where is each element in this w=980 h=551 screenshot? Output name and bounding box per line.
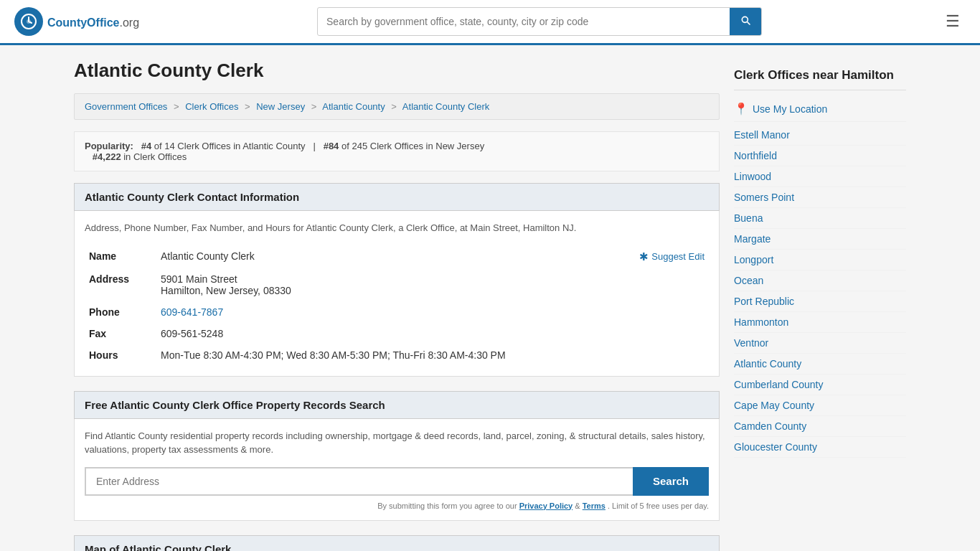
suggest-edit-button[interactable]: ✱ Suggest Edit (639, 250, 705, 263)
list-item: Hammonton (734, 312, 906, 333)
suggest-edit-label: Suggest Edit (651, 251, 705, 262)
location-pin-icon: 📍 (734, 102, 748, 116)
popularity-rank3-desc: in Clerk Offices (123, 151, 187, 162)
list-item: Northfield (734, 146, 906, 166)
nearby-link[interactable]: Atlantic County (734, 358, 801, 369)
breadcrumb-sep-2: > (245, 101, 250, 112)
nearby-link[interactable]: Cape May County (734, 400, 814, 411)
nearby-link[interactable]: Buena (734, 212, 763, 224)
breadcrumb-item-nj[interactable]: New Jersey (256, 101, 305, 112)
nearby-link[interactable]: Gloucester County (734, 441, 817, 453)
list-item: Somers Point (734, 187, 906, 208)
phone-value: 609-641-7867 (156, 301, 709, 323)
breadcrumb-item-current[interactable]: Atlantic County Clerk (402, 101, 489, 112)
disclaimer-text: By submitting this form you agree to our (377, 501, 517, 510)
main-container: Atlantic County Clerk Government Offices… (60, 45, 920, 551)
sidebar-title: Clerk Offices near Hamilton (734, 60, 906, 90)
sidebar: Clerk Offices near Hamilton 📍 Use My Loc… (734, 60, 906, 551)
list-item: Ventnor (734, 333, 906, 354)
nearby-link[interactable]: Somers Point (734, 192, 794, 203)
fax-label: Fax (85, 323, 156, 344)
nearby-link[interactable]: Estell Manor (734, 129, 790, 141)
use-my-location-link[interactable]: Use My Location (753, 103, 827, 115)
list-item: Gloucester County (734, 437, 906, 458)
terms-link[interactable]: Terms (583, 501, 606, 510)
property-description: Find Atlantic County residential propert… (85, 429, 709, 457)
nearby-link[interactable]: Hammonton (734, 316, 788, 328)
popularity-rank1: #4 (141, 141, 151, 151)
nearby-link[interactable]: Linwood (734, 171, 771, 182)
list-item: Margate (734, 229, 906, 250)
list-item: Linwood (734, 166, 906, 187)
address-label: Address (85, 268, 156, 301)
nearby-list: Estell ManorNorthfieldLinwoodSomers Poin… (734, 122, 906, 461)
contact-description: Address, Phone Number, Fax Number, and H… (85, 221, 709, 235)
list-item: Camden County (734, 416, 906, 437)
header-right: ☰ (940, 9, 966, 34)
logo-icon (14, 7, 43, 36)
list-item: Estell Manor (734, 125, 906, 146)
nearby-link[interactable]: Cumberland County (734, 379, 824, 390)
table-row: Fax 609-561-5248 (85, 323, 709, 344)
global-search-button[interactable] (730, 8, 761, 35)
phone-label: Phone (85, 301, 156, 323)
phone-link[interactable]: 609-641-7867 (161, 306, 223, 318)
form-disclaimer: By submitting this form you agree to our… (85, 501, 709, 510)
fax-value: 609-561-5248 (156, 323, 709, 344)
popularity-rank2: #84 (324, 141, 339, 151)
address-input[interactable] (85, 467, 633, 496)
global-search-input[interactable] (318, 10, 730, 33)
property-search-button[interactable]: Search (633, 467, 709, 496)
limit-text: . Limit of 5 free uses per day. (608, 501, 709, 510)
contact-table: Name Atlantic County Clerk ✱ Suggest Edi… (85, 245, 709, 366)
table-row: Phone 609-641-7867 (85, 301, 709, 323)
menu-icon[interactable]: ☰ (940, 9, 966, 34)
privacy-policy-link[interactable]: Privacy Policy (519, 501, 573, 510)
site-header: CountyOffice.org ☰ (0, 0, 980, 45)
popularity-label: Popularity: (85, 141, 133, 151)
breadcrumb: Government Offices > Clerk Offices > New… (74, 93, 720, 120)
breadcrumb-item-atlantic[interactable]: Atlantic County (322, 101, 385, 112)
list-item: Buena (734, 208, 906, 229)
table-row: Hours Mon-Tue 8:30 AM-4:30 PM; Wed 8:30 … (85, 344, 709, 366)
nearby-link[interactable]: Longport (734, 254, 773, 265)
contact-section-body: Address, Phone Number, Fax Number, and H… (74, 211, 720, 377)
breadcrumb-sep-4: > (391, 101, 397, 112)
use-my-location[interactable]: 📍 Use My Location (734, 96, 906, 122)
popularity-rank3: #4,222 (93, 151, 121, 162)
breadcrumb-item-gov[interactable]: Government Offices (85, 101, 167, 112)
list-item: Ocean (734, 270, 906, 291)
suggest-edit-icon: ✱ (639, 250, 649, 263)
logo-text: CountyOffice.org (47, 14, 139, 30)
popularity-rank1-desc: of 14 Clerk Offices in Atlantic County (154, 141, 306, 151)
nearby-link[interactable]: Ventnor (734, 337, 768, 349)
list-item: Cape May County (734, 395, 906, 416)
list-item: Longport (734, 250, 906, 270)
global-search-bar (317, 7, 762, 36)
nearby-link[interactable]: Northfield (734, 150, 777, 161)
table-row: Address 5901 Main Street Hamilton, New J… (85, 268, 709, 301)
nearby-link[interactable]: Ocean (734, 275, 763, 286)
svg-point-1 (27, 19, 31, 24)
nearby-link[interactable]: Camden County (734, 420, 806, 432)
popularity-bar: Popularity: #4 of 14 Clerk Offices in At… (74, 131, 720, 171)
breadcrumb-item-clerk[interactable]: Clerk Offices (185, 101, 238, 112)
hours-value: Mon-Tue 8:30 AM-4:30 PM; Wed 8:30 AM-5:3… (156, 344, 709, 366)
popularity-rank2-desc: of 245 Clerk Offices in New Jersey (341, 141, 484, 151)
list-item: Port Republic (734, 291, 906, 312)
content-area: Atlantic County Clerk Government Offices… (74, 60, 720, 551)
logo[interactable]: CountyOffice.org (14, 7, 139, 36)
hours-label: Hours (85, 344, 156, 366)
name-label: Name (85, 245, 156, 268)
and-text: & (575, 501, 582, 510)
property-search-form: Search (85, 467, 709, 496)
nearby-link[interactable]: Port Republic (734, 296, 794, 307)
name-value: Atlantic County Clerk ✱ Suggest Edit (156, 245, 709, 268)
contact-section-header: Atlantic County Clerk Contact Informatio… (74, 183, 720, 211)
breadcrumb-sep-1: > (174, 101, 179, 112)
table-row: Name Atlantic County Clerk ✱ Suggest Edi… (85, 245, 709, 268)
nearby-link[interactable]: Margate (734, 233, 771, 245)
list-item: Atlantic County (734, 354, 906, 375)
page-title: Atlantic County Clerk (74, 60, 720, 82)
property-section-body: Find Atlantic County residential propert… (74, 419, 720, 521)
